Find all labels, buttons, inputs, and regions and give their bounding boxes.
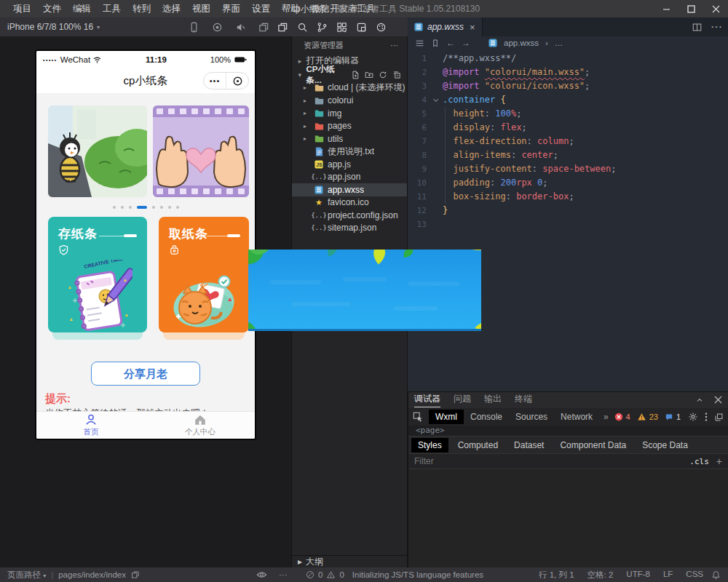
settings-gear-icon[interactable]	[688, 412, 698, 422]
record-icon[interactable]	[211, 21, 223, 33]
more-actions-icon[interactable]: ···	[711, 20, 722, 33]
rotate-device-icon[interactable]	[188, 21, 199, 33]
file-item-7[interactable]: {..}app.json	[292, 171, 407, 184]
menu-item-2[interactable]: 编辑	[67, 3, 97, 15]
statusbar-more-icon[interactable]: ···	[279, 570, 288, 579]
inspector-tab-0[interactable]: Styles	[411, 438, 448, 453]
file-item-10[interactable]: {..}project.config.json	[292, 209, 407, 222]
status-segment-1[interactable]: 空格: 2	[587, 570, 614, 581]
problems-indicator[interactable]: 0 0 Initializing JS/TS language features	[306, 570, 483, 579]
file-item-1[interactable]: ▸colorui	[292, 95, 407, 108]
close-panel-icon[interactable]	[714, 396, 722, 404]
minimize-capsule-icon[interactable]	[226, 76, 248, 87]
theme-palette-icon[interactable]	[375, 21, 387, 33]
menu-item-3[interactable]: 工具	[97, 3, 127, 15]
debugger-tab-0[interactable]: 调试器	[414, 393, 440, 407]
collapse-panel-icon[interactable]	[695, 396, 704, 404]
breadcrumb-file[interactable]: app.wxss	[504, 39, 539, 47]
outline-list-icon[interactable]	[415, 39, 424, 48]
extensions-icon[interactable]	[336, 21, 347, 33]
carousel-slide-penguin[interactable]	[48, 105, 147, 197]
file-item-8[interactable]: app.wxss	[292, 183, 407, 196]
devtools-tab-3[interactable]: Network	[554, 410, 599, 424]
code-area[interactable]: 1/**app.wxss**/2@import "colorui/main.wx…	[408, 49, 728, 231]
files-panel-icon[interactable]	[277, 21, 288, 33]
wxml-tree-clipped-node[interactable]: <page>	[408, 426, 728, 436]
devtools-tab-1[interactable]: Console	[464, 410, 509, 424]
menu-item-8[interactable]: 设置	[246, 3, 276, 15]
menu-item-7[interactable]: 界面	[216, 3, 246, 15]
explorer-more-icon[interactable]: ···	[390, 41, 398, 49]
device-selector[interactable]: iPhone 6/7/8 100% 16▾	[7, 22, 100, 32]
tabs-overflow-icon[interactable]: »	[604, 412, 609, 422]
status-segment-3[interactable]: LF	[663, 570, 673, 581]
file-item-11[interactable]: {..}sitemap.json	[292, 222, 407, 235]
save-note-card[interactable]: 存纸条	[48, 217, 147, 332]
file-item-3[interactable]: ▸pages	[292, 120, 407, 133]
styles-filter-input[interactable]	[414, 456, 689, 466]
back-arrow-icon[interactable]: ←	[446, 38, 455, 48]
eye-icon[interactable]	[256, 570, 267, 579]
mute-icon[interactable]	[234, 21, 246, 33]
refresh-icon[interactable]	[379, 71, 387, 79]
breadcrumb-more[interactable]: …	[555, 39, 563, 47]
close-window-icon[interactable]	[703, 0, 728, 17]
copy-path-icon[interactable]	[131, 570, 140, 579]
project-section[interactable]: ▾ CP小纸条...	[292, 68, 407, 81]
error-badge-icon[interactable]	[614, 412, 623, 421]
tab-profile[interactable]: 个人中心	[146, 412, 255, 439]
debugger-tab-2[interactable]: 输出	[484, 393, 502, 407]
maximize-icon[interactable]	[678, 0, 703, 17]
cls-button[interactable]: .cls	[689, 457, 709, 466]
message-badge-icon[interactable]	[665, 413, 673, 421]
menu-item-4[interactable]: 转到	[127, 3, 157, 15]
multi-window-icon[interactable]	[258, 21, 269, 33]
share-button[interactable]: 分享月老	[91, 362, 200, 386]
split-editor-icon[interactable]	[692, 23, 702, 32]
collapse-all-icon[interactable]	[392, 71, 401, 79]
menu-item-1[interactable]: 文件	[37, 3, 67, 15]
warning-badge-icon[interactable]	[637, 412, 646, 421]
git-branch-icon[interactable]	[316, 21, 328, 33]
file-item-5[interactable]: 使用说明.txt	[292, 146, 407, 159]
get-note-card[interactable]: 取纸条	[159, 217, 249, 332]
debugger-tab-1[interactable]: 问题	[454, 393, 471, 407]
close-tab-icon[interactable]: ×	[470, 22, 475, 33]
fold-chevron-icon[interactable]	[431, 93, 443, 107]
menu-item-5[interactable]: 选择	[157, 3, 186, 15]
devtools-tab-2[interactable]: Sources	[509, 410, 554, 424]
add-style-icon[interactable]: +	[716, 455, 722, 467]
inspector-tab-3[interactable]: Component Data	[553, 438, 633, 453]
file-item-9[interactable]: ★favicon.ico	[292, 196, 407, 210]
kebab-menu-icon[interactable]	[705, 412, 708, 422]
page-path-selector[interactable]: 页面路径 ▾	[7, 570, 46, 581]
inspect-element-icon[interactable]	[413, 412, 423, 422]
undock-icon[interactable]	[714, 412, 724, 422]
debugger-tab-3[interactable]: 终端	[515, 393, 532, 407]
inspector-tab-2[interactable]: Dataset	[507, 438, 550, 453]
notifications-bell-icon[interactable]	[711, 570, 721, 580]
tab-app-wxss[interactable]: app.wxss ×	[408, 17, 483, 36]
status-segment-0[interactable]: 行 1, 列 1	[539, 570, 574, 581]
new-file-icon[interactable]	[351, 71, 360, 79]
bookmark-icon[interactable]	[431, 39, 440, 48]
page-path-value[interactable]: pages/index/index	[58, 570, 126, 579]
tab-home[interactable]: 首页	[36, 412, 146, 439]
carousel-slide-hands-heart[interactable]	[153, 105, 249, 197]
menu-item-6[interactable]: 视图	[186, 3, 216, 15]
minimize-icon[interactable]	[654, 0, 678, 17]
forward-arrow-icon[interactable]: →	[462, 38, 470, 48]
menu-item-0[interactable]: 项目	[7, 3, 37, 15]
new-folder-icon[interactable]	[365, 71, 373, 79]
file-item-2[interactable]: ▸img	[292, 107, 407, 120]
inspector-tab-1[interactable]: Computed	[451, 438, 505, 453]
outline-section[interactable]: ▸ 大纲	[292, 555, 407, 567]
status-segment-2[interactable]: UTF-8	[626, 570, 650, 581]
search-icon[interactable]	[296, 21, 308, 33]
status-segment-4[interactable]: CSS	[686, 570, 703, 581]
store-icon[interactable]	[355, 21, 367, 33]
inspector-tab-4[interactable]: Scope Data	[636, 438, 695, 453]
more-menu-icon[interactable]: •••	[204, 73, 226, 89]
file-item-6[interactable]: JSapp.js	[292, 158, 407, 171]
file-item-4[interactable]: ▸utils	[292, 132, 407, 146]
